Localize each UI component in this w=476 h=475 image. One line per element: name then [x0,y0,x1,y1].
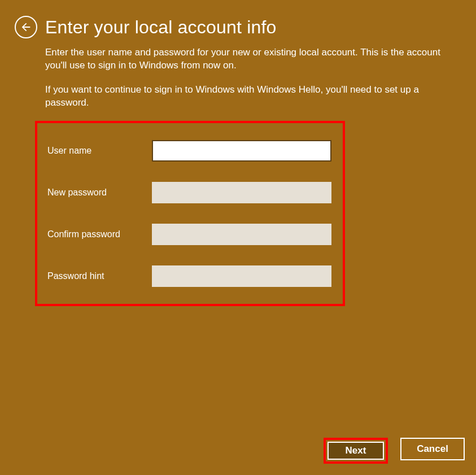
header: Enter your local account info [0,0,476,38]
back-button[interactable] [15,16,37,38]
description-paragraph-1: Enter the user name and password for you… [45,46,453,72]
username-label: User name [47,146,152,156]
form-highlight-box: User name New password Confirm password … [35,121,345,306]
next-button-highlight: Next [324,438,388,464]
form-row-confirm-password: Confirm password [47,224,331,245]
description-paragraph-2: If you want to continue to sign in to Wi… [45,84,453,110]
username-input[interactable] [152,140,331,162]
password-hint-label: Password hint [47,271,152,281]
form-row-new-password: New password [47,182,331,203]
footer: Next Cancel [324,438,465,464]
back-arrow-icon [20,21,32,33]
new-password-label: New password [47,188,152,198]
confirm-password-input[interactable] [152,224,331,245]
password-hint-input[interactable] [152,265,331,287]
next-button[interactable]: Next [327,442,384,460]
form-row-password-hint: Password hint [47,265,331,287]
confirm-password-label: Confirm password [47,229,152,239]
content-area: Enter the user name and password for you… [0,38,476,306]
page-title: Enter your local account info [45,17,277,38]
description: Enter the user name and password for you… [45,46,453,110]
new-password-input[interactable] [152,182,331,203]
form-row-username: User name [47,140,331,162]
cancel-button[interactable]: Cancel [400,438,465,460]
